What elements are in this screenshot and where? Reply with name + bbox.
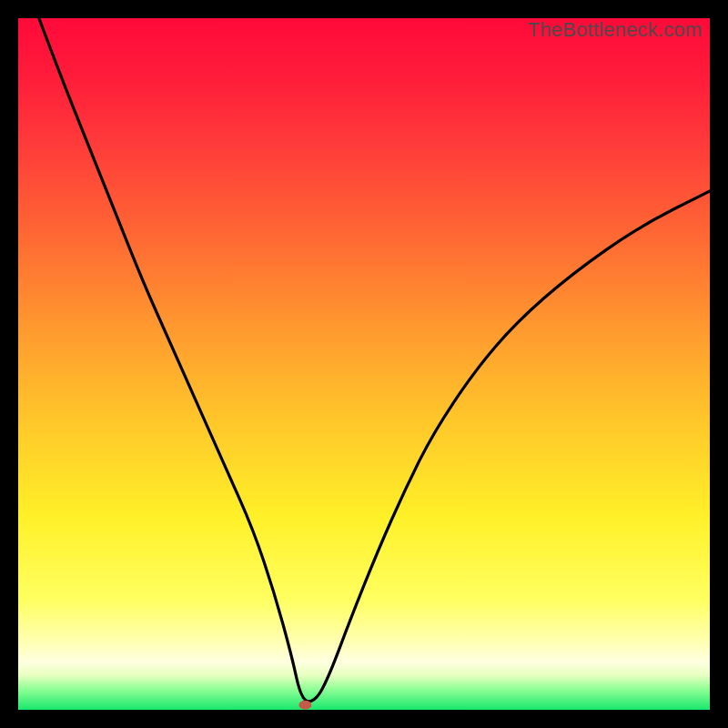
curve-svg	[18, 18, 710, 710]
min-marker	[298, 701, 311, 710]
plot-area: TheBottleneck.com	[18, 18, 710, 710]
bottleneck-curve-path	[39, 18, 710, 702]
chart-frame: TheBottleneck.com	[0, 0, 728, 728]
